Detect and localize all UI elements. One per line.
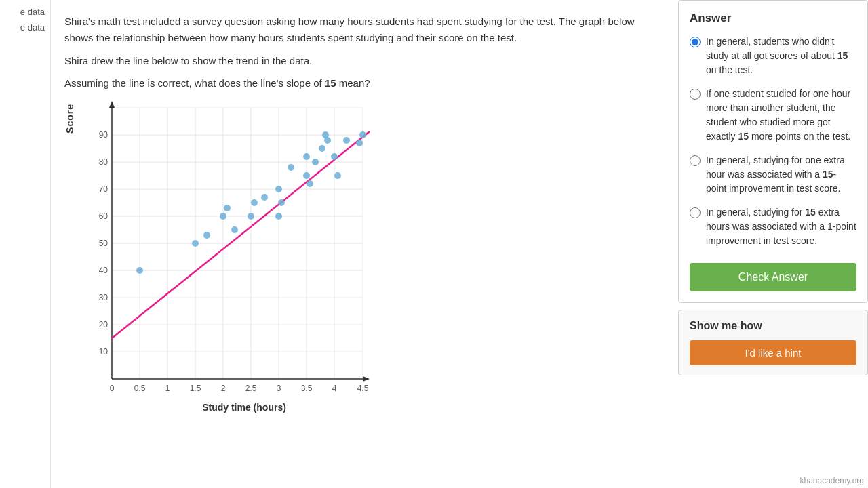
svg-text:90: 90 bbox=[99, 130, 108, 140]
svg-text:30: 30 bbox=[99, 293, 108, 302]
svg-marker-22 bbox=[109, 101, 115, 108]
svg-point-54 bbox=[288, 164, 294, 171]
svg-text:4: 4 bbox=[332, 384, 337, 393]
sidebar-item-1[interactable]: e data bbox=[20, 7, 45, 17]
paragraph3-prefix: Assuming the line is correct, what does … bbox=[64, 77, 325, 89]
chart-container: Score bbox=[64, 101, 390, 426]
svg-text:0: 0 bbox=[110, 384, 115, 393]
svg-text:3.5: 3.5 bbox=[301, 384, 313, 393]
answer-box: Answer In general, students who didn't s… bbox=[678, 0, 868, 303]
svg-point-51 bbox=[275, 213, 282, 220]
svg-text:10: 10 bbox=[99, 347, 108, 357]
svg-point-65 bbox=[359, 131, 366, 138]
svg-point-49 bbox=[251, 199, 258, 206]
svg-point-55 bbox=[303, 172, 310, 179]
svg-text:70: 70 bbox=[99, 184, 108, 194]
svg-text:1: 1 bbox=[165, 384, 170, 393]
svg-text:2: 2 bbox=[221, 384, 226, 393]
check-answer-button[interactable]: Check Answer bbox=[690, 263, 856, 291]
svg-text:3: 3 bbox=[277, 384, 281, 393]
khanacademy-credit: khanacademy.org bbox=[800, 476, 865, 485]
radio-label-1: In general, students who didn't study at… bbox=[706, 35, 856, 77]
radio-option-1[interactable]: In general, students who didn't study at… bbox=[690, 35, 856, 77]
chart-x-label: Study time (hours) bbox=[112, 402, 376, 413]
svg-text:60: 60 bbox=[99, 211, 108, 221]
svg-point-61 bbox=[324, 137, 331, 144]
svg-point-53 bbox=[275, 186, 282, 192]
svg-point-67 bbox=[192, 240, 199, 247]
svg-point-58 bbox=[312, 159, 319, 165]
hint-button[interactable]: I'd like a hint bbox=[690, 340, 856, 365]
svg-point-68 bbox=[203, 232, 210, 239]
svg-marker-24 bbox=[363, 376, 370, 382]
answer-panel: Answer In general, students who didn't s… bbox=[678, 0, 868, 488]
svg-point-62 bbox=[331, 153, 338, 160]
paragraph1: Shira's math test included a survey ques… bbox=[64, 14, 658, 46]
svg-point-52 bbox=[278, 199, 285, 206]
slope-question: Assuming the line is correct, what does … bbox=[64, 77, 658, 89]
show-me-how-title: Show me how bbox=[690, 320, 856, 332]
svg-point-57 bbox=[307, 180, 313, 187]
sidebar-item-2[interactable]: e data bbox=[20, 22, 45, 33]
svg-point-63 bbox=[334, 172, 341, 179]
svg-text:20: 20 bbox=[99, 320, 108, 329]
radio-input-3[interactable] bbox=[690, 155, 701, 166]
radio-input-4[interactable] bbox=[690, 207, 701, 218]
svg-point-46 bbox=[220, 213, 226, 220]
radio-input-2[interactable] bbox=[690, 89, 701, 100]
radio-input-1[interactable] bbox=[690, 37, 701, 47]
svg-point-66 bbox=[356, 140, 363, 146]
svg-point-45 bbox=[136, 267, 143, 274]
radio-option-3[interactable]: In general, studying for one extra hour … bbox=[690, 153, 856, 196]
svg-point-64 bbox=[343, 137, 350, 144]
svg-point-48 bbox=[248, 213, 254, 220]
svg-point-47 bbox=[224, 205, 231, 211]
svg-text:2.5: 2.5 bbox=[245, 384, 257, 393]
svg-text:40: 40 bbox=[99, 266, 108, 275]
question-text: Shira's math test included a survey ques… bbox=[64, 14, 658, 69]
svg-text:4.5: 4.5 bbox=[357, 384, 369, 393]
svg-text:50: 50 bbox=[99, 239, 108, 248]
radio-label-3: In general, studying for one extra hour … bbox=[706, 153, 856, 196]
radio-label-2: If one student studied for one hour more… bbox=[706, 87, 856, 144]
chart-y-label: Score bbox=[64, 104, 75, 134]
svg-text:80: 80 bbox=[99, 157, 108, 167]
svg-line-44 bbox=[112, 131, 370, 338]
slope-value: 15 bbox=[325, 77, 336, 89]
chart-svg: 10 20 30 40 50 60 70 80 90 0 0.5 1 1.5 2 bbox=[78, 101, 376, 399]
radio-option-4[interactable]: In general, studying for 15 extra hours … bbox=[690, 205, 856, 248]
show-me-how-box: Show me how I'd like a hint bbox=[678, 310, 868, 375]
main-content: Shira's math test included a survey ques… bbox=[51, 0, 678, 488]
svg-point-50 bbox=[261, 194, 268, 201]
radio-option-2[interactable]: If one student studied for one hour more… bbox=[690, 87, 856, 144]
paragraph2: Shira drew the line below to show the tr… bbox=[64, 53, 658, 69]
answer-title: Answer bbox=[690, 12, 856, 25]
paragraph3-suffix: mean? bbox=[336, 77, 370, 89]
svg-point-59 bbox=[319, 145, 326, 152]
svg-text:0.5: 0.5 bbox=[134, 384, 146, 393]
radio-label-4: In general, studying for 15 extra hours … bbox=[706, 205, 856, 248]
svg-point-69 bbox=[231, 226, 238, 233]
sidebar: e data e data bbox=[0, 0, 51, 488]
svg-point-56 bbox=[303, 153, 310, 160]
svg-text:1.5: 1.5 bbox=[190, 384, 201, 393]
